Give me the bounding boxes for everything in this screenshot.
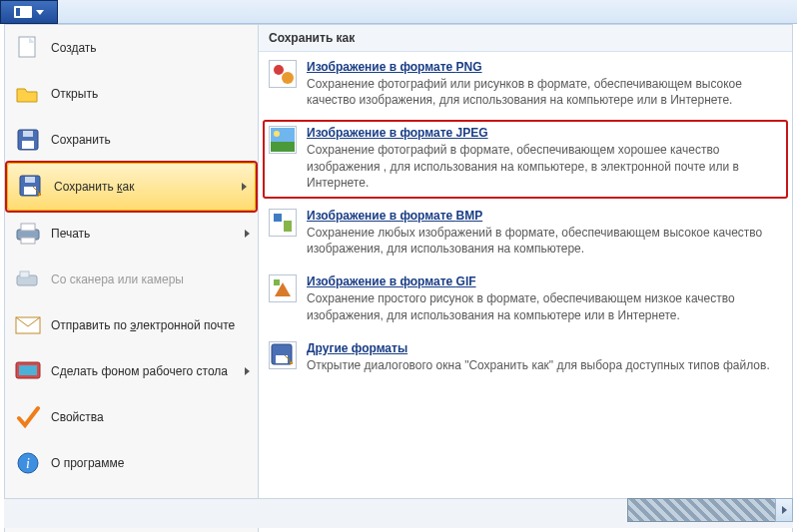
option-desc: Сохранение простого рисунок в формате, о… — [307, 290, 774, 322]
checkmark-icon — [15, 404, 41, 430]
submenu-arrow-icon — [242, 183, 247, 191]
menu-send-email[interactable]: Отправить по электронной почте — [5, 302, 258, 348]
other-format-icon — [269, 341, 297, 369]
menu-properties[interactable]: Свойства — [5, 394, 258, 440]
menu-label: О программе — [51, 456, 124, 470]
menu-label: Печать — [51, 227, 90, 241]
svg-rect-29 — [274, 279, 280, 285]
svg-rect-22 — [271, 142, 295, 152]
menu-about[interactable]: i О программе — [5, 440, 258, 486]
wallpaper-icon — [15, 358, 41, 384]
menu-label: Отправить по электронной почте — [51, 318, 235, 332]
svg-rect-25 — [274, 214, 282, 222]
menu-label: Открыть — [51, 87, 98, 101]
bmp-icon — [269, 209, 297, 237]
scroll-right-button[interactable] — [775, 498, 793, 522]
save-as-icon — [18, 174, 44, 200]
option-title: Изображение в формате GIF — [307, 274, 774, 288]
svg-rect-26 — [284, 221, 292, 232]
option-bmp[interactable]: Изображение в формате BMP Сохранение люб… — [259, 201, 792, 266]
panel-title: Сохранить как — [259, 25, 792, 52]
new-file-icon — [15, 35, 41, 61]
save-as-panel: Сохранить как Изображение в формате PNG … — [259, 24, 793, 532]
file-menu-button[interactable] — [0, 0, 58, 24]
option-desc: Сохранение любых изображений в формате, … — [307, 225, 774, 257]
save-icon — [15, 127, 41, 153]
horizontal-scrollbar[interactable] — [627, 498, 787, 522]
svg-rect-0 — [19, 37, 35, 57]
svg-text:i: i — [26, 456, 30, 471]
option-title: Изображение в формате JPEG — [307, 126, 774, 140]
option-title: Изображение в формате BMP — [307, 209, 774, 223]
chevron-right-icon — [782, 506, 787, 514]
option-png[interactable]: Изображение в формате PNG Сохранение фот… — [259, 52, 792, 118]
menu-label: Со сканера или камеры — [51, 272, 184, 286]
option-desc: Сохранение фотографий в формате, обеспеч… — [307, 142, 774, 191]
option-title: Другие форматы — [307, 341, 770, 355]
statusbar — [4, 498, 793, 528]
email-icon — [15, 312, 41, 338]
svg-rect-15 — [19, 365, 37, 375]
svg-point-20 — [282, 72, 294, 84]
menu-save-as[interactable]: Сохранить как — [7, 163, 256, 211]
menu-save[interactable]: Сохранить — [5, 117, 258, 163]
option-desc: Сохранение фотографий или рисунков в фор… — [307, 76, 774, 108]
file-menu-left: Создать Открыть Сохранить Сохранить как — [4, 24, 259, 532]
file-menu-icon — [14, 6, 32, 18]
svg-rect-4 — [23, 131, 33, 137]
svg-rect-3 — [22, 141, 34, 149]
option-desc: Открытие диалогового окна "Сохранить как… — [307, 357, 770, 373]
menu-print[interactable]: Печать — [5, 211, 258, 257]
svg-rect-7 — [25, 177, 35, 183]
option-jpeg[interactable]: Изображение в формате JPEG Сохранение фо… — [259, 118, 792, 201]
open-folder-icon — [15, 81, 41, 107]
png-icon — [269, 60, 297, 88]
scanner-icon — [15, 266, 41, 292]
info-icon: i — [15, 450, 41, 476]
file-menu-dropdown: Создать Открыть Сохранить Сохранить как — [4, 24, 793, 532]
menu-set-wallpaper[interactable]: Сделать фоном рабочего стола — [5, 348, 258, 394]
svg-point-19 — [274, 65, 284, 75]
window-titlebar — [0, 0, 797, 24]
svg-point-23 — [274, 131, 280, 137]
print-icon — [15, 221, 41, 247]
svg-rect-10 — [21, 238, 35, 244]
menu-label: Сделать фоном рабочего стола — [51, 364, 228, 378]
svg-rect-12 — [20, 271, 29, 277]
chevron-down-icon — [36, 10, 44, 15]
menu-new[interactable]: Создать — [5, 25, 258, 71]
menu-open[interactable]: Открыть — [5, 71, 258, 117]
menu-label: Создать — [51, 41, 97, 55]
submenu-arrow-icon — [245, 230, 250, 238]
menu-label: Сохранить как — [54, 180, 134, 194]
gif-icon — [269, 274, 297, 302]
menu-label: Свойства — [51, 410, 104, 424]
menu-from-scanner: Со сканера или камеры — [5, 257, 258, 302]
option-title: Изображение в формате PNG — [307, 60, 774, 74]
option-gif[interactable]: Изображение в формате GIF Сохранение про… — [259, 266, 792, 332]
option-other-formats[interactable]: Другие форматы Открытие диалогового окна… — [259, 333, 792, 383]
svg-rect-9 — [21, 224, 35, 231]
submenu-arrow-icon — [245, 367, 250, 375]
menu-label: Сохранить — [51, 133, 111, 147]
jpeg-icon — [269, 126, 297, 154]
